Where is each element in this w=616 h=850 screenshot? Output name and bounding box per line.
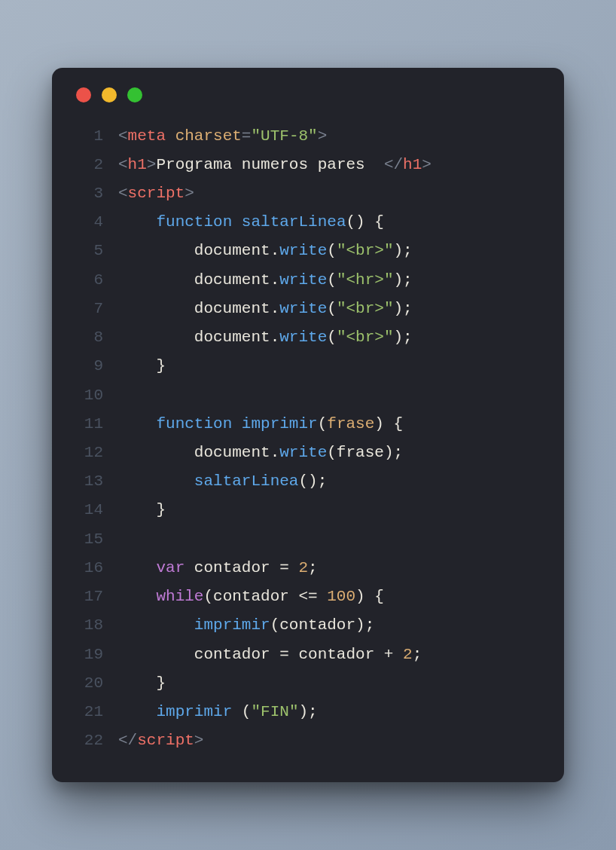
line-number: 2 xyxy=(70,151,103,179)
code-line: 17 while(contador <= 100) { xyxy=(70,582,541,611)
line-content: document.write(frase); xyxy=(118,439,403,467)
code-line: 13 saltarLinea(); xyxy=(70,467,541,496)
line-number: 19 xyxy=(70,641,103,669)
line-content: while(contador <= 100) { xyxy=(118,582,384,611)
code-line: 21 imprimir ("FIN"); xyxy=(70,698,541,726)
code-line: 4 function saltarLinea() { xyxy=(70,208,541,237)
line-content: var contador = 2; xyxy=(118,554,318,582)
code-line: 19 contador = contador + 2; xyxy=(70,641,541,669)
line-number: 7 xyxy=(70,295,103,323)
line-content: <meta charset="UTF-8"> xyxy=(118,122,327,151)
line-number: 8 xyxy=(70,323,103,352)
traffic-lights xyxy=(76,87,541,102)
line-number: 12 xyxy=(70,439,103,467)
code-line: 11 function imprimir(frase) { xyxy=(70,410,541,439)
code-line: 12 document.write(frase); xyxy=(70,439,541,467)
line-content: contador = contador + 2; xyxy=(118,641,422,669)
line-content: } xyxy=(118,352,166,381)
line-number: 16 xyxy=(70,554,103,582)
line-number: 6 xyxy=(70,266,103,295)
line-content: document.write("<br>"); xyxy=(118,237,413,265)
line-number: 13 xyxy=(70,467,103,496)
code-line: 6 document.write("<hr>"); xyxy=(70,266,541,295)
close-icon[interactable] xyxy=(76,87,91,102)
line-number: 3 xyxy=(70,179,103,208)
maximize-icon[interactable] xyxy=(127,87,142,102)
code-line: 14 } xyxy=(70,496,541,524)
line-number: 18 xyxy=(70,611,103,640)
code-line: 18 imprimir(contador); xyxy=(70,611,541,640)
code-line: 15 xyxy=(70,525,541,554)
line-content: imprimir(contador); xyxy=(118,611,374,640)
line-content: document.write("<br>"); xyxy=(118,295,413,323)
line-number: 20 xyxy=(70,669,103,698)
code-line: 3<script> xyxy=(70,179,541,208)
line-content: saltarLinea(); xyxy=(118,467,327,496)
line-number: 14 xyxy=(70,496,103,524)
line-number: 4 xyxy=(70,208,103,237)
line-content: <h1>Programa numeros pares </h1> xyxy=(118,151,432,179)
code-line: 8 document.write("<br>"); xyxy=(70,323,541,352)
line-content: document.write("<hr>"); xyxy=(118,266,413,295)
line-number: 5 xyxy=(70,237,103,265)
line-content: document.write("<br>"); xyxy=(118,323,413,352)
code-line: 2<h1>Programa numeros pares </h1> xyxy=(70,151,541,179)
line-content: } xyxy=(118,669,166,698)
minimize-icon[interactable] xyxy=(102,87,117,102)
code-line: 16 var contador = 2; xyxy=(70,554,541,582)
line-content: </script> xyxy=(118,726,203,755)
code-line: 7 document.write("<br>"); xyxy=(70,295,541,323)
line-content: } xyxy=(118,496,166,524)
line-content: function imprimir(frase) { xyxy=(118,410,403,439)
code-line: 22</script> xyxy=(70,726,541,755)
line-number: 9 xyxy=(70,352,103,381)
line-number: 15 xyxy=(70,525,103,554)
line-content: function saltarLinea() { xyxy=(118,208,384,237)
code-block: 1<meta charset="UTF-8">2<h1>Programa num… xyxy=(70,122,541,756)
code-line: 1<meta charset="UTF-8"> xyxy=(70,122,541,151)
line-content: imprimir ("FIN"); xyxy=(118,698,318,726)
code-line: 9 } xyxy=(70,352,541,381)
line-number: 10 xyxy=(70,381,103,410)
line-number: 1 xyxy=(70,122,103,151)
line-content: <script> xyxy=(118,179,194,208)
line-number: 11 xyxy=(70,410,103,439)
code-line: 20 } xyxy=(70,669,541,698)
code-line: 5 document.write("<br>"); xyxy=(70,237,541,265)
line-number: 17 xyxy=(70,582,103,611)
line-number: 22 xyxy=(70,726,103,755)
line-number: 21 xyxy=(70,698,103,726)
code-window: 1<meta charset="UTF-8">2<h1>Programa num… xyxy=(52,68,564,783)
code-line: 10 xyxy=(70,381,541,410)
